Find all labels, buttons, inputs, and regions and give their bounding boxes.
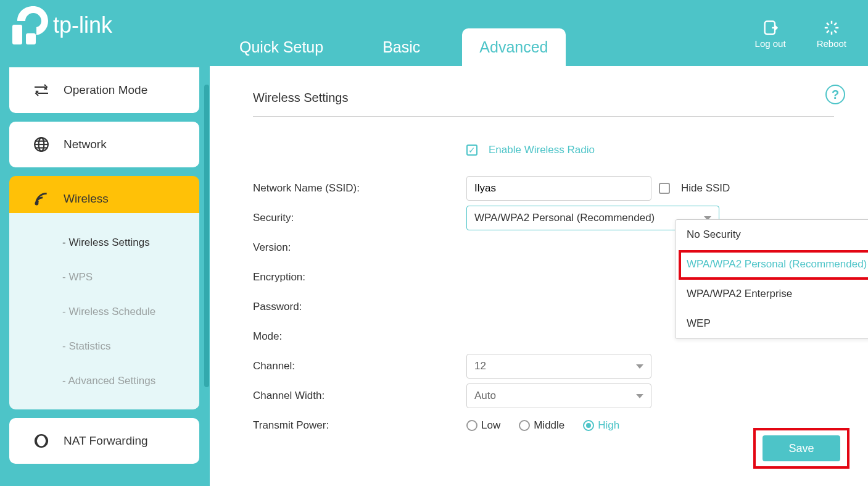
content-panel: Wireless Settings ? ✓ Enable Wireless Ra…	[210, 66, 868, 486]
transmit-power-label: Transmit Power:	[253, 419, 466, 432]
subnav-statistics[interactable]: - Statistics	[9, 329, 199, 364]
tab-basic[interactable]: Basic	[365, 28, 437, 66]
svg-line-8	[834, 30, 837, 33]
subnav-wireless-settings[interactable]: - Wireless Settings	[9, 225, 199, 260]
hide-ssid-checkbox[interactable]: ✓	[659, 183, 670, 194]
security-label: Security:	[253, 212, 466, 224]
header-actions: Log out Reboot	[755, 17, 846, 49]
ssid-input[interactable]	[466, 176, 651, 201]
reboot-icon	[822, 17, 841, 38]
security-option-wpa-personal[interactable]: WPA/WPA2 Personal (Recommended)	[676, 249, 868, 279]
password-label: Password:	[253, 301, 466, 313]
sidebar-scrollbar[interactable]	[204, 66, 210, 486]
channel-select[interactable]: 12	[466, 354, 651, 379]
sidebar-group-wireless: Wireless - Wireless Settings - WPS - Wir…	[9, 176, 199, 409]
enable-wireless-label: Enable Wireless Radio	[489, 144, 595, 156]
svg-rect-0	[12, 25, 22, 44]
header: tp-link Quick Setup Basic Advanced Log o…	[0, 0, 868, 66]
svg-line-7	[827, 23, 829, 25]
brand-name: tp-link	[53, 12, 112, 38]
version-label: Version:	[253, 241, 466, 254]
body: Operation Mode Network Wireless - Wirele…	[0, 66, 868, 486]
power-middle-radio[interactable]	[519, 420, 530, 431]
hide-ssid-label: Hide SSID	[681, 182, 730, 195]
sidebar-item-label: NAT Forwarding	[64, 434, 148, 448]
subnav-wireless-schedule[interactable]: - Wireless Schedule	[9, 295, 199, 329]
section-title: Wireless Settings ?	[253, 91, 834, 117]
reboot-button[interactable]: Reboot	[817, 17, 846, 49]
operation-mode-icon	[33, 83, 50, 97]
sidebar-submenu: - Wireless Settings - WPS - Wireless Sch…	[9, 213, 199, 409]
tab-quick-setup[interactable]: Quick Setup	[222, 28, 341, 66]
nat-icon	[33, 433, 50, 449]
main-tabs: Quick Setup Basic Advanced	[222, 0, 566, 66]
chevron-down-icon	[636, 394, 643, 398]
svg-point-16	[36, 203, 38, 204]
channel-width-label: Channel Width:	[253, 390, 466, 402]
channel-label: Channel:	[253, 360, 466, 372]
sidebar-item-operation-mode[interactable]: Operation Mode	[9, 67, 199, 113]
page-title: Wireless Settings	[253, 91, 349, 104]
security-option-wpa-enterprise[interactable]: WPA/WPA2 Enterprise	[676, 279, 868, 309]
sidebar-item-network[interactable]: Network	[9, 122, 199, 167]
security-dropdown: No Security WPA/WPA2 Personal (Recommend…	[675, 219, 868, 339]
logout-button[interactable]: Log out	[755, 17, 786, 49]
sidebar-item-label: Network	[64, 138, 107, 151]
sidebar-wrap: Operation Mode Network Wireless - Wirele…	[0, 66, 210, 486]
svg-line-10	[834, 23, 837, 25]
encryption-label: Encryption:	[253, 271, 466, 283]
globe-icon	[33, 136, 50, 153]
security-option-wep[interactable]: WEP	[676, 309, 868, 338]
subnav-wps[interactable]: - WPS	[9, 260, 199, 295]
enable-wireless-checkbox[interactable]: ✓	[466, 145, 477, 156]
channel-width-select[interactable]: Auto	[466, 383, 651, 408]
sidebar-item-label: Wireless	[64, 192, 109, 206]
svg-line-9	[827, 30, 829, 33]
sidebar: Operation Mode Network Wireless - Wirele…	[9, 66, 199, 464]
wifi-icon	[33, 191, 50, 207]
sidebar-item-label: Operation Mode	[64, 83, 147, 97]
help-icon[interactable]: ?	[825, 85, 845, 104]
svg-rect-1	[26, 33, 36, 44]
scrollbar-thumb[interactable]	[204, 85, 209, 387]
logout-icon	[762, 17, 779, 38]
power-high-radio[interactable]	[583, 420, 594, 431]
chevron-down-icon	[636, 364, 643, 369]
sidebar-item-nat-forwarding[interactable]: NAT Forwarding	[9, 418, 199, 464]
subnav-advanced-settings[interactable]: - Advanced Settings	[9, 364, 199, 398]
power-low-radio[interactable]	[466, 420, 477, 431]
save-button[interactable]: Save	[763, 435, 840, 461]
brand-logo: tp-link	[12, 6, 112, 44]
tab-advanced[interactable]: Advanced	[462, 28, 565, 66]
tplink-logo-icon	[12, 6, 48, 44]
mode-label: Mode:	[253, 330, 466, 343]
security-option-none[interactable]: No Security	[676, 220, 868, 249]
ssid-label: Network Name (SSID):	[253, 182, 466, 195]
